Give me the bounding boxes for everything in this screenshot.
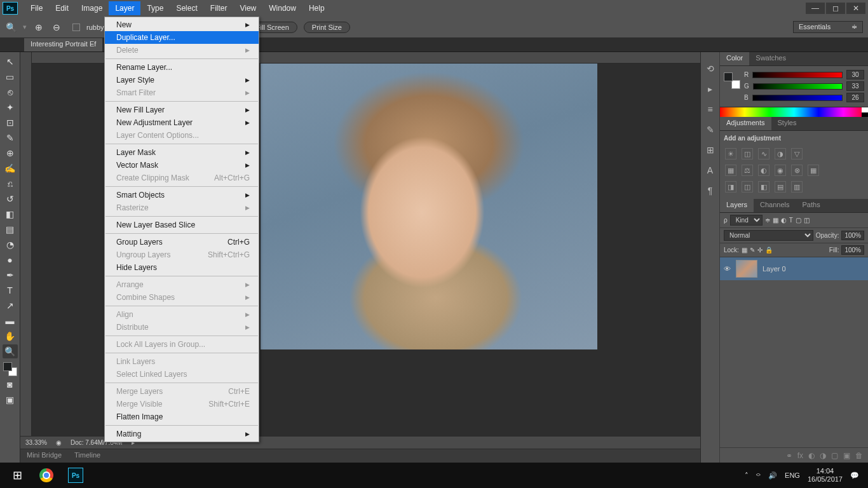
selective-icon[interactable]: ▥ xyxy=(791,181,803,193)
history-icon[interactable]: ⟲ xyxy=(704,62,717,75)
colorlookup-icon[interactable]: ▦ xyxy=(808,165,819,176)
vibrance-icon[interactable]: ▽ xyxy=(791,148,803,159)
exposure-icon[interactable]: ◑ xyxy=(775,148,786,159)
hand-tool[interactable]: ✋ xyxy=(3,329,18,343)
volume-icon[interactable]: 🔊 xyxy=(768,471,777,480)
actions-icon[interactable]: ▸ xyxy=(704,83,717,95)
hue-icon[interactable]: ▦ xyxy=(725,165,736,176)
eyedropper-tool[interactable]: ✎ xyxy=(3,131,18,145)
maximize-button[interactable]: ◻ xyxy=(826,3,845,14)
curves-icon[interactable]: ∿ xyxy=(758,148,770,159)
menu-image[interactable]: Image xyxy=(75,1,109,15)
close-button[interactable]: ✕ xyxy=(846,3,865,14)
screenmode-tool[interactable]: ▣ xyxy=(3,393,18,407)
color-swatches[interactable] xyxy=(3,362,17,376)
brush-panel-icon[interactable]: ✎ xyxy=(704,123,717,136)
brush-tool[interactable]: ✍ xyxy=(3,161,18,175)
shape-tool[interactable]: ▬ xyxy=(3,314,18,328)
menu-type[interactable]: Type xyxy=(140,1,170,15)
menu-item-hide-layers[interactable]: Hide Layers xyxy=(105,261,259,274)
minimize-button[interactable]: ― xyxy=(806,3,825,14)
styles-tab[interactable]: Styles xyxy=(771,117,803,130)
menu-filter[interactable]: Filter xyxy=(204,1,234,15)
menu-item-new[interactable]: New▶ xyxy=(105,18,259,31)
menu-item-rename-layer[interactable]: Rename Layer... xyxy=(105,61,259,74)
menu-item-smart-objects[interactable]: Smart Objects▶ xyxy=(105,189,259,201)
layer-name[interactable]: Layer 0 xyxy=(763,265,786,273)
wifi-icon[interactable]: ⌔ xyxy=(756,471,761,479)
filter-pixel-icon[interactable]: ▦ xyxy=(773,217,778,224)
brightness-icon[interactable]: ☀ xyxy=(725,148,736,159)
new-layer-icon[interactable]: ▣ xyxy=(843,451,850,460)
clock[interactable]: 14:04 16/05/2017 xyxy=(808,467,843,484)
panel-swatches[interactable] xyxy=(724,72,740,89)
gradientmap-icon[interactable]: ▤ xyxy=(775,181,786,193)
photofilter-icon[interactable]: ◉ xyxy=(775,165,786,176)
g-slider[interactable] xyxy=(753,83,843,90)
mask-icon[interactable]: ◐ xyxy=(808,451,815,460)
b-slider[interactable] xyxy=(752,95,843,101)
delete-layer-icon[interactable]: 🗑 xyxy=(855,451,863,460)
menu-help[interactable]: Help xyxy=(302,1,331,15)
mini-bridge-tab[interactable]: Mini Bridge xyxy=(20,449,68,463)
menu-window[interactable]: Window xyxy=(262,1,302,15)
menu-file[interactable]: File xyxy=(24,1,49,15)
marquee-tool[interactable]: ▭ xyxy=(3,70,18,84)
document-tab[interactable]: Interesting Portrait Ef xyxy=(24,38,102,51)
filter-shape-icon[interactable]: ▢ xyxy=(796,217,801,224)
layer-row[interactable]: 👁 Layer 0 xyxy=(720,257,868,280)
r-slider[interactable] xyxy=(752,72,843,78)
eraser-tool[interactable]: ◧ xyxy=(3,207,18,221)
blur-tool[interactable]: ◔ xyxy=(3,238,18,252)
invert-icon[interactable]: ◨ xyxy=(725,181,736,193)
paragraph-icon[interactable]: ¶ xyxy=(704,184,717,197)
posterize-icon[interactable]: ◫ xyxy=(742,181,753,193)
visibility-icon[interactable]: 👁 xyxy=(724,265,731,273)
zoom-out-icon[interactable]: ⊖ xyxy=(51,22,62,33)
opacity-value[interactable]: 100% xyxy=(841,231,864,240)
filter-smart-icon[interactable]: ◫ xyxy=(804,217,810,224)
wand-tool[interactable]: ✦ xyxy=(3,100,18,114)
start-button[interactable]: ⊞ xyxy=(3,463,32,488)
blend-mode-select[interactable]: Normal xyxy=(724,230,813,241)
fill-value[interactable]: 100% xyxy=(841,245,864,255)
layer-kind-select[interactable]: Kind xyxy=(730,215,763,226)
character-icon[interactable]: A xyxy=(704,164,717,177)
channels-tab[interactable]: Channels xyxy=(754,199,796,212)
threshold-icon[interactable]: ◧ xyxy=(758,181,770,193)
type-tool[interactable]: T xyxy=(3,283,18,297)
brushpreset-icon[interactable]: ⊞ xyxy=(704,144,717,156)
menu-view[interactable]: View xyxy=(233,1,262,15)
b-value[interactable]: 26 xyxy=(846,93,864,102)
notifications-icon[interactable]: 💬 xyxy=(850,471,859,480)
pen-tool[interactable]: ✒ xyxy=(3,268,18,282)
lock-position-icon[interactable]: ✢ xyxy=(757,247,763,254)
properties-icon[interactable]: ≡ xyxy=(704,103,717,116)
filter-type-icon[interactable]: T xyxy=(789,217,793,224)
menu-edit[interactable]: Edit xyxy=(49,1,75,15)
menu-item-flatten-image[interactable]: Flatten Image xyxy=(105,410,259,423)
lasso-tool[interactable]: ⎋ xyxy=(3,85,18,99)
zoom-tool[interactable]: 🔍 xyxy=(3,344,18,358)
chrome-taskbar-icon[interactable] xyxy=(32,463,61,488)
lock-transparency-icon[interactable]: ▦ xyxy=(742,247,747,254)
foreground-swatch[interactable] xyxy=(3,362,12,371)
timeline-tab[interactable]: Timeline xyxy=(68,449,107,463)
path-tool[interactable]: ↗ xyxy=(3,299,18,313)
document-canvas[interactable] xyxy=(261,64,597,349)
dodge-tool[interactable]: ● xyxy=(3,253,18,267)
workspace-switcher[interactable]: Essentials≑ xyxy=(793,21,863,33)
menu-select[interactable]: Select xyxy=(170,1,203,15)
filter-adjust-icon[interactable]: ◐ xyxy=(781,217,787,224)
menu-layer[interactable]: Layer xyxy=(109,1,140,15)
move-tool[interactable]: ↖ xyxy=(3,55,18,69)
history-brush-tool[interactable]: ↺ xyxy=(3,192,18,206)
gradient-tool[interactable]: ▤ xyxy=(3,222,18,236)
print-size-button[interactable]: Print Size xyxy=(304,22,350,33)
bw-icon[interactable]: ◐ xyxy=(758,165,770,176)
language-indicator[interactable]: ENG xyxy=(785,471,800,479)
color-spectrum[interactable] xyxy=(720,107,868,117)
layers-tab[interactable]: Layers xyxy=(720,199,754,212)
menu-item-layer-style[interactable]: Layer Style▶ xyxy=(105,74,259,86)
menu-item-layer-mask[interactable]: Layer Mask▶ xyxy=(105,146,259,159)
